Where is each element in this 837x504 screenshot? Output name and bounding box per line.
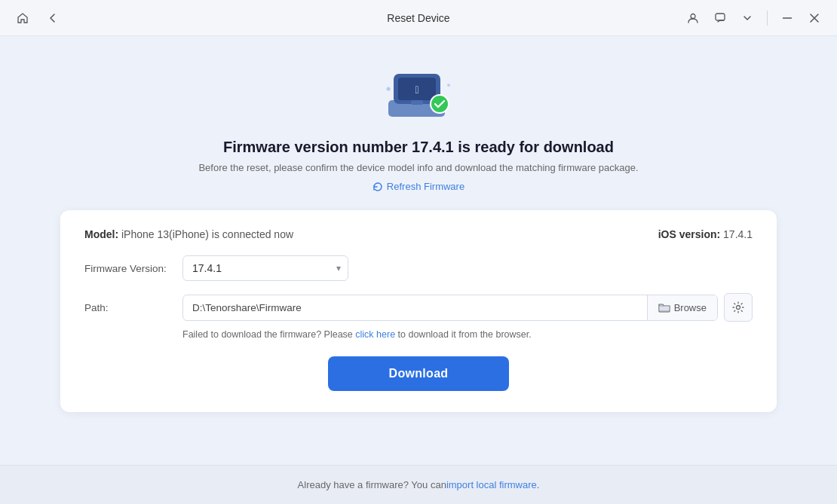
firmware-select-wrap: 17.4.1 ▾ xyxy=(182,255,348,281)
svg-rect-7 xyxy=(411,100,423,105)
path-row: Path: Browse xyxy=(84,293,753,322)
footer-prefix: Already have a firmware? You can xyxy=(298,479,446,490)
firmware-version-label: Firmware Version: xyxy=(84,263,182,274)
import-local-firmware-link[interactable]: import local firmware xyxy=(446,479,537,490)
window-title: Reset Device xyxy=(387,12,449,24)
user-icon xyxy=(687,12,699,24)
firmware-card: Model: iPhone 13(iPhone) is connected no… xyxy=(60,210,777,412)
home-icon xyxy=(17,12,29,24)
user-button[interactable] xyxy=(682,8,704,29)
svg-point-9 xyxy=(431,96,448,112)
back-button[interactable] xyxy=(42,8,63,29)
close-button[interactable] xyxy=(804,8,825,29)
device-illustration:  xyxy=(377,59,460,127)
refresh-label: Refresh Firmware xyxy=(387,181,464,192)
refresh-firmware-link[interactable]: Refresh Firmware xyxy=(373,181,464,192)
path-label: Path: xyxy=(84,302,182,313)
browse-button[interactable]: Browse xyxy=(647,295,717,320)
firmware-version-row: Firmware Version: 17.4.1 ▾ xyxy=(84,255,753,281)
browse-label: Browse xyxy=(674,302,707,313)
path-input-wrap: Browse xyxy=(182,295,718,321)
hero-section:  Firmware version number 17.4.1 is read… xyxy=(198,59,638,192)
device-icon-wrap:  xyxy=(377,59,460,127)
failed-suffix: to download it from the browser. xyxy=(395,329,532,340)
model-row: Model: iPhone 13(iPhone) is connected no… xyxy=(84,228,753,240)
refresh-icon xyxy=(373,182,383,192)
svg-rect-1 xyxy=(716,14,725,20)
click-here-link[interactable]: click here xyxy=(355,329,395,340)
chat-button[interactable] xyxy=(710,8,731,29)
minimize-icon xyxy=(783,17,792,19)
gear-button[interactable] xyxy=(724,293,753,322)
model-value: iPhone 13(iPhone) is connected now xyxy=(121,228,293,240)
svg-point-10 xyxy=(386,87,390,91)
ios-info: iOS version: 17.4.1 xyxy=(658,228,753,240)
titlebar: Reset Device xyxy=(0,0,837,36)
model-info: Model: iPhone 13(iPhone) is connected no… xyxy=(84,228,293,240)
ios-label: iOS version: xyxy=(658,228,720,240)
home-button[interactable] xyxy=(12,8,33,29)
titlebar-right xyxy=(682,8,825,29)
ios-value: 17.4.1 xyxy=(723,228,753,240)
footer-suffix: . xyxy=(537,479,540,490)
folder-icon xyxy=(658,302,670,313)
svg-point-11 xyxy=(447,84,450,87)
back-icon xyxy=(47,12,59,24)
chevron-down-button[interactable] xyxy=(737,8,758,29)
failed-note: Failed to download the firmware? Please … xyxy=(84,329,753,340)
path-input[interactable] xyxy=(183,295,647,320)
svg-point-0 xyxy=(691,14,695,18)
svg-point-13 xyxy=(737,306,740,310)
model-label: Model: xyxy=(84,228,118,240)
close-icon xyxy=(810,14,819,23)
gear-icon xyxy=(731,301,745,314)
failed-prefix: Failed to download the firmware? Please xyxy=(182,329,355,340)
hero-subtitle: Before the reset, please confirm the dev… xyxy=(198,162,638,173)
svg-rect-12 xyxy=(659,306,670,311)
chevron-down-icon xyxy=(742,13,753,23)
download-button[interactable]: Download xyxy=(328,356,509,391)
titlebar-left xyxy=(12,8,63,29)
firmware-version-select[interactable]: 17.4.1 xyxy=(182,255,348,281)
minimize-button[interactable] xyxy=(777,8,798,29)
hero-title: Firmware version number 17.4.1 is ready … xyxy=(223,139,614,156)
chat-icon xyxy=(714,12,726,24)
titlebar-divider xyxy=(767,11,768,26)
footer-bar: Already have a firmware? You can import … xyxy=(0,465,837,504)
svg-text::  xyxy=(415,84,418,96)
main-content:  Firmware version number 17.4.1 is read… xyxy=(0,36,837,465)
